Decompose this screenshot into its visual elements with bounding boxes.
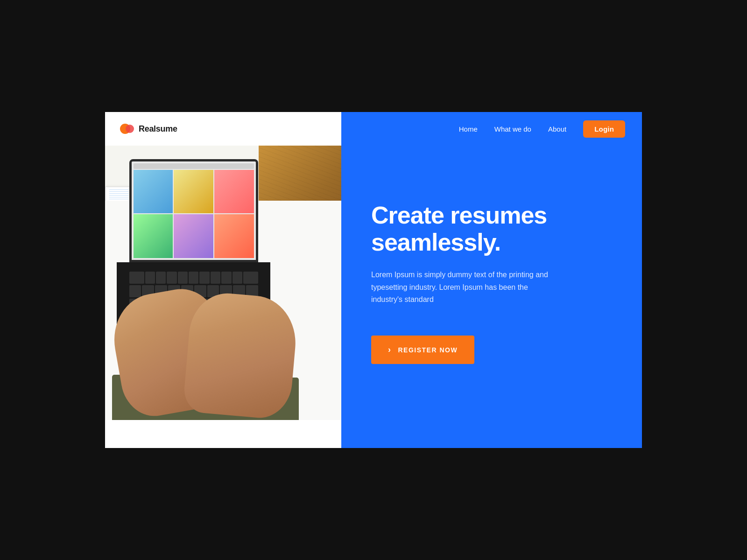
login-button[interactable]: Login — [583, 120, 625, 138]
register-button-label: REGISTER NOW — [398, 346, 458, 354]
hero-title-line1: Create resumes — [371, 202, 547, 229]
bottom-left — [105, 420, 341, 448]
browser-bar — [134, 163, 254, 169]
nav-home[interactable]: Home — [459, 125, 478, 133]
header-left: Realsume — [105, 112, 341, 146]
hero-title: Create resumes seamlessly. — [371, 202, 612, 256]
screen-img-4 — [134, 214, 173, 258]
hands-overlay — [105, 269, 341, 420]
main-content: Create resumes seamlessly. Lorem Ipsum i… — [105, 146, 642, 420]
hand-shape-right — [183, 290, 299, 420]
arrow-right-icon: › — [388, 345, 392, 355]
logo-text: Realsume — [139, 124, 177, 134]
nav-about[interactable]: About — [548, 125, 566, 133]
bottom-strip — [105, 420, 642, 448]
screen-img-3 — [214, 170, 254, 213]
right-panel: Create resumes seamlessly. Lorem Ipsum i… — [341, 146, 642, 420]
screen-img-1 — [134, 170, 173, 213]
hero-description: Lorem Ipsum is simply dummy text of the … — [371, 269, 558, 306]
header: Realsume Home What we do About Login — [105, 112, 642, 146]
bottom-right — [341, 420, 642, 448]
site-wrapper: Realsume Home What we do About Login — [105, 112, 642, 448]
logo-icon — [120, 124, 135, 134]
screen-img-2 — [174, 170, 213, 213]
hero-title-line2: seamlessly. — [371, 229, 500, 256]
laptop-screen — [129, 159, 258, 262]
browser-window: Realsume Home What we do About Login — [105, 112, 642, 448]
screen-content — [132, 161, 256, 259]
screen-img-6 — [214, 214, 254, 258]
hand-right — [188, 295, 294, 416]
left-panel — [105, 146, 341, 420]
screen-img-5 — [174, 214, 213, 258]
nav-what-we-do[interactable]: What we do — [494, 125, 531, 133]
register-button[interactable]: › REGISTER NOW — [371, 336, 474, 364]
logo-area: Realsume — [120, 124, 177, 134]
laptop-scene — [105, 146, 341, 420]
logo-circle-red — [126, 125, 134, 133]
header-right: Home What we do About Login — [341, 112, 642, 146]
